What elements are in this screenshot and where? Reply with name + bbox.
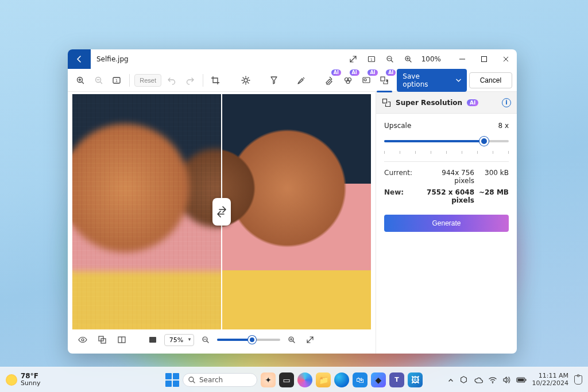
fullscreen-icon[interactable] — [303, 333, 317, 347]
notifications-icon[interactable] — [574, 375, 582, 385]
super-resolution-tool[interactable]: AI — [377, 72, 393, 89]
back-button[interactable] — [68, 49, 91, 69]
onedrive-icon[interactable] — [459, 375, 468, 384]
svg-point-14 — [364, 79, 366, 81]
teams-icon[interactable]: T — [389, 372, 404, 387]
panel-title: Super Resolution — [396, 99, 462, 107]
svg-rect-15 — [381, 77, 385, 81]
comparison-slider-handle[interactable] — [212, 198, 231, 226]
image-preview[interactable] — [72, 94, 371, 329]
store-icon[interactable]: 🛍 — [353, 372, 368, 387]
actual-size-tool[interactable]: 1 — [109, 72, 125, 89]
relight-tool[interactable]: AI — [358, 72, 374, 89]
battery-icon[interactable] — [516, 377, 527, 383]
cancel-button[interactable]: Cancel — [469, 72, 512, 88]
markup-tool[interactable] — [293, 72, 310, 89]
task-view-icon[interactable]: ▭ — [279, 372, 294, 387]
copilot-icon[interactable] — [297, 372, 312, 387]
erase-tool[interactable]: AI — [322, 72, 338, 89]
background-tool[interactable]: AI — [340, 72, 356, 89]
new-size: ~28 MB — [474, 188, 509, 204]
search-icon — [188, 376, 196, 384]
expand-icon[interactable] — [345, 51, 362, 67]
zoom-in-tool[interactable] — [72, 72, 88, 89]
brightness-tool[interactable] — [238, 72, 254, 89]
editor-body: 75% — [68, 92, 517, 354]
cloud-icon[interactable] — [474, 377, 483, 383]
taskbar: 78°F Sunny Search ✦ ▭ 📁 🛍 ◆ T 🖼 11:11 AM… — [0, 367, 588, 392]
copilot-app-icon[interactable]: ✦ — [261, 372, 276, 387]
tray-chevron-icon[interactable] — [448, 377, 454, 383]
zoom-in-icon[interactable] — [400, 51, 417, 67]
current-dims: 944x 756 pixels — [420, 169, 474, 185]
ai-badge-icon: AI — [368, 69, 377, 76]
svg-point-25 — [492, 382, 493, 383]
minimize-button[interactable] — [451, 51, 473, 67]
active-tab-indicator — [377, 91, 393, 92]
save-options-button[interactable]: Save options — [397, 69, 466, 92]
svg-point-16 — [82, 339, 84, 341]
clock-time: 11:11 AM — [532, 372, 568, 379]
filter-tool[interactable] — [266, 72, 282, 89]
new-spec: New: 7552 x 6048 pixels ~28 MB — [384, 188, 509, 204]
zoom-slider-thumb[interactable] — [248, 336, 256, 344]
start-button[interactable] — [165, 373, 179, 387]
clock[interactable]: 11:11 AM 10/22/2024 — [532, 372, 568, 386]
reset-button[interactable]: Reset — [134, 74, 161, 87]
close-button[interactable] — [495, 51, 517, 67]
ai-chip: AI — [467, 99, 478, 106]
current-size: 300 kB — [474, 169, 509, 185]
volume-icon[interactable] — [502, 377, 510, 383]
weather-widget[interactable]: 78°F Sunny — [6, 372, 40, 387]
titlebar: Selfie.jpg 1 100% — [68, 49, 517, 69]
edit-toolbar: 1 Reset AI AI — [68, 69, 517, 92]
svg-rect-20 — [149, 337, 156, 343]
zoom-in-button[interactable] — [285, 333, 299, 347]
svg-text:1: 1 — [370, 57, 373, 61]
split-view-icon[interactable] — [115, 333, 129, 347]
taskbar-search[interactable]: Search — [183, 373, 257, 387]
generate-button[interactable]: Generate — [384, 215, 509, 232]
super-res-icon — [382, 98, 391, 107]
upscale-label: Upscale — [384, 122, 411, 130]
layers-icon[interactable] — [95, 333, 109, 347]
sun-icon — [6, 374, 17, 386]
upscale-slider[interactable] — [384, 134, 509, 148]
fit-screen-icon[interactable] — [146, 333, 160, 347]
info-icon[interactable]: i — [502, 98, 511, 107]
photos-app-icon[interactable]: 🖼 — [408, 372, 423, 387]
wifi-icon[interactable] — [489, 377, 497, 383]
redo-icon[interactable] — [182, 72, 198, 89]
current-spec: Current: 944x 756 pixels 300 kB — [384, 169, 509, 185]
svg-rect-4 — [482, 57, 487, 62]
window-buttons — [451, 51, 517, 67]
system-tray: 11:11 AM 10/22/2024 — [448, 372, 582, 386]
window-title: Selfie.jpg — [91, 55, 345, 63]
svg-rect-28 — [525, 379, 527, 381]
undo-icon[interactable] — [164, 72, 180, 89]
zoom-readout: 100% — [418, 55, 444, 63]
current-label: Current: — [384, 169, 420, 185]
crop-tool[interactable] — [208, 72, 224, 89]
edge-icon[interactable] — [334, 372, 349, 387]
zoom-select[interactable]: 75% — [164, 334, 194, 346]
fit-to-window-icon[interactable]: 1 — [363, 51, 380, 67]
visibility-icon[interactable] — [76, 333, 90, 347]
explorer-icon[interactable]: 📁 — [316, 372, 331, 387]
canvas-area: 75% — [68, 92, 376, 354]
zoom-out-button[interactable] — [199, 333, 212, 347]
clock-date: 10/22/2024 — [532, 380, 568, 387]
copilot2-icon[interactable]: ◆ — [371, 372, 386, 387]
zoom-out-tool[interactable] — [91, 72, 107, 89]
zoom-slider[interactable] — [217, 339, 280, 341]
upscale-slider-thumb[interactable] — [479, 137, 489, 146]
zoom-out-icon[interactable] — [381, 51, 399, 67]
maximize-button[interactable] — [473, 51, 495, 67]
panel-header: Super Resolution AI i — [376, 92, 517, 114]
super-resolution-panel: Super Resolution AI i Upscale 8 x C — [376, 92, 517, 354]
new-dims: 7552 x 6048 pixels — [420, 188, 474, 204]
weather-condition: Sunny — [21, 380, 40, 387]
bottom-toolbar: 75% — [72, 329, 371, 350]
svg-text:1: 1 — [115, 79, 118, 83]
svg-rect-23 — [383, 99, 387, 103]
